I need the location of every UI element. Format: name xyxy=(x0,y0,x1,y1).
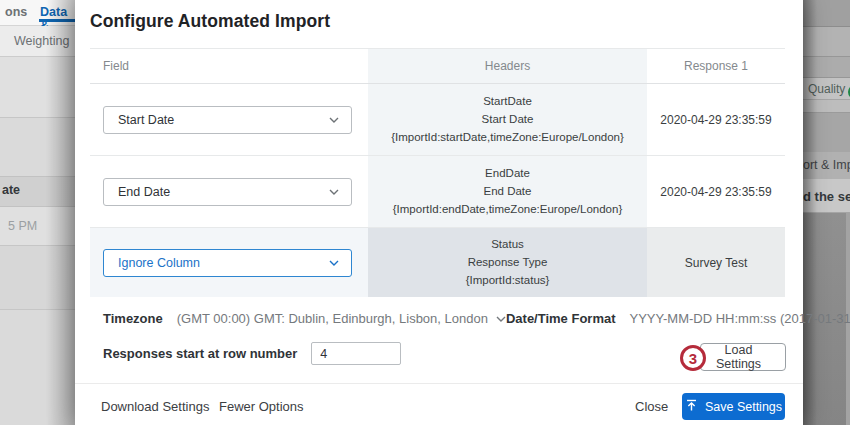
annotation-step-badge: 3 xyxy=(680,345,706,371)
background-band xyxy=(0,118,76,176)
upload-icon xyxy=(685,399,698,415)
save-settings-label: Save Settings xyxy=(705,400,782,414)
background-band xyxy=(0,310,76,425)
table-row-field-cell: End Date xyxy=(90,156,368,228)
close-button[interactable]: Close xyxy=(635,399,668,414)
background-left-panel: ons Data & Weighting ate 5 PM xyxy=(0,0,76,425)
background-band xyxy=(803,113,850,152)
datetime-format-label: Date/Time Format xyxy=(506,311,616,326)
subnav-item-weighting[interactable]: Weighting xyxy=(14,34,69,48)
table-row-headers-cell: EndDate End Date {ImportId:endDate,timeZ… xyxy=(368,156,647,228)
column-header-field: Field xyxy=(90,49,368,84)
row-number-input[interactable] xyxy=(311,342,401,365)
responses-start-row: Responses start at row number xyxy=(103,342,401,365)
background-text-fragment: d the sem xyxy=(803,189,850,204)
background-band xyxy=(803,57,850,78)
chevron-down-icon xyxy=(329,260,339,266)
quality-tab-fragment[interactable]: Quality1 xyxy=(808,82,850,99)
background-subnav: Weighting xyxy=(0,26,76,57)
field-mapping-table: Field Headers Response 1 Start Date Star… xyxy=(90,48,785,297)
tab-partial[interactable]: ons xyxy=(5,5,27,19)
background-band xyxy=(803,0,850,27)
footer-divider xyxy=(75,383,803,384)
field-select-start-date[interactable]: Start Date xyxy=(103,106,352,134)
column-header-response1: Response 1 xyxy=(647,49,785,84)
timezone-label: Timezone xyxy=(103,311,163,326)
chevron-down-icon xyxy=(329,117,339,123)
table-row-response-cell-highlighted: Survey Test xyxy=(647,228,785,297)
configure-automated-import-dialog: Configure Automated Import Field Headers… xyxy=(75,0,803,425)
background-column-header-fragment: ate xyxy=(2,183,20,197)
table-row-field-cell: Start Date xyxy=(90,84,368,156)
background-right-panel: Quality1 ort & Imp d the sem xyxy=(803,0,850,425)
load-settings-button[interactable]: Load Settings xyxy=(700,343,786,371)
background-band xyxy=(0,246,76,310)
table-row-headers-cell-highlighted: Status Response Type {ImportId:status} xyxy=(368,228,647,297)
background-cell-fragment: 5 PM xyxy=(8,219,37,233)
responses-start-label: Responses start at row number xyxy=(103,346,297,361)
dialog-title: Configure Automated Import xyxy=(90,11,330,32)
timezone-format-row: Timezone (GMT 00:00) GMT: Dublin, Edinbu… xyxy=(103,311,785,326)
active-tab-underline xyxy=(39,19,76,22)
field-select-ignore-column[interactable]: Ignore Column xyxy=(103,249,352,277)
download-settings-link[interactable]: Download Settings xyxy=(101,399,209,414)
datetime-format-select[interactable]: YYYY-MM-DD HH:mm:ss (2017-01-31 01:05:04… xyxy=(630,311,850,326)
background-tab-bar: ons Data & xyxy=(0,0,76,26)
screen: ons Data & Weighting ate 5 PM Quality1 o… xyxy=(0,0,850,425)
background-band xyxy=(803,27,850,57)
field-select-end-date[interactable]: End Date xyxy=(103,178,352,206)
table-row-headers-cell: StartDate Start Date {ImportId:startDate… xyxy=(368,84,647,156)
table-row-response-cell: 2020-04-29 23:35:59 xyxy=(647,156,785,228)
fewer-options-link[interactable]: Fewer Options xyxy=(219,399,304,414)
save-settings-button[interactable]: Save Settings xyxy=(682,393,785,420)
chevron-down-icon[interactable] xyxy=(496,316,506,322)
chevron-down-icon xyxy=(329,189,339,195)
table-row-field-cell-highlighted: Ignore Column xyxy=(90,228,368,297)
background-import-fragment: ort & Imp xyxy=(803,158,850,172)
table-row-response-cell: 2020-04-29 23:35:59 xyxy=(647,84,785,156)
background-band xyxy=(0,57,76,118)
timezone-select[interactable]: (GMT 00:00) GMT: Dublin, Edinburgh, Lisb… xyxy=(177,311,488,326)
column-header-headers: Headers xyxy=(368,49,647,84)
background-band xyxy=(803,100,850,113)
